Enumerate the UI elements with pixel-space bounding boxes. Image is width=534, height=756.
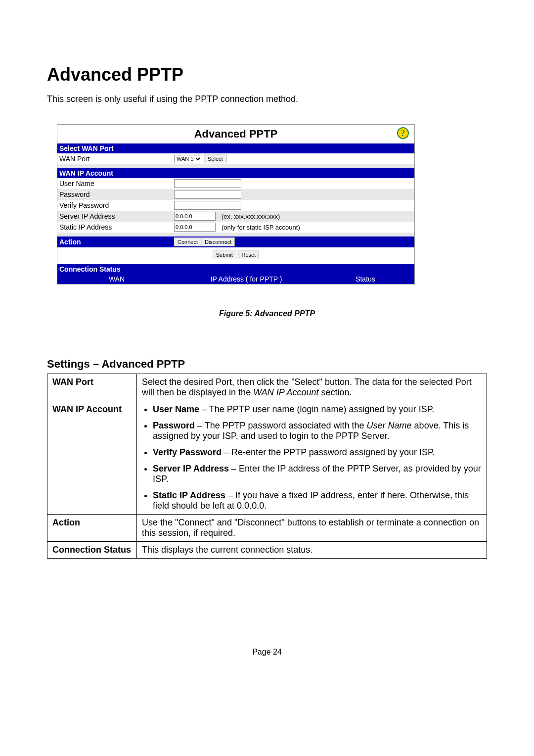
- static-ip-hint: (only for static ISP account): [222, 224, 300, 231]
- label-user-name: User Name: [59, 180, 174, 188]
- section-action: Action: [59, 238, 174, 246]
- settings-title: Settings – Advanced PPTP: [47, 358, 487, 371]
- status-col-status: Status: [316, 274, 414, 284]
- server-ip-hint: (ex. xxx.xxx.xxx.xxx): [222, 213, 280, 220]
- verify-password-input[interactable]: [174, 201, 241, 210]
- status-col-ip: IP Address ( for PPTP ): [176, 274, 316, 284]
- help-icon[interactable]: ?: [397, 127, 410, 142]
- settings-table: WAN Port Select the desired Port, then c…: [47, 374, 487, 559]
- settings-action-text: Use the "Connect" and "Disconnect" butto…: [137, 515, 487, 542]
- connect-button[interactable]: Connect: [174, 237, 201, 246]
- static-ip-input[interactable]: [174, 223, 216, 232]
- label-password: Password: [59, 190, 174, 198]
- settings-action-label: Action: [47, 515, 137, 542]
- settings-wan-ip-text: User Name – The PPTP user name (login na…: [137, 401, 487, 515]
- intro-text: This screen is only useful if using the …: [47, 94, 487, 104]
- settings-wan-ip-label: WAN IP Account: [47, 401, 137, 515]
- settings-connstatus-text: This displays the current connection sta…: [137, 542, 487, 559]
- user-name-input[interactable]: [174, 179, 241, 188]
- label-wan-port: WAN Port: [59, 155, 174, 163]
- settings-connstatus-label: Connection Status: [47, 542, 137, 559]
- wan-port-select[interactable]: WAN 1: [174, 155, 202, 163]
- disconnect-button[interactable]: Disconnect: [201, 237, 235, 246]
- label-static-ip: Static IP Address: [59, 223, 174, 231]
- section-connection-status: Connection Status: [57, 264, 414, 274]
- status-col-wan: WAN: [57, 274, 176, 284]
- server-ip-input[interactable]: [174, 212, 216, 221]
- password-input[interactable]: [174, 190, 241, 199]
- reset-button[interactable]: Reset: [238, 250, 260, 259]
- label-verify-password: Verify Password: [59, 201, 174, 209]
- select-button[interactable]: Select: [204, 154, 226, 163]
- config-panel: Advanced PPTP ? Select WAN Port WAN Port…: [57, 124, 415, 284]
- submit-button[interactable]: Submit: [213, 250, 236, 259]
- page-number: Page 24: [47, 648, 487, 657]
- settings-wan-port-label: WAN Port: [47, 374, 137, 401]
- figure-caption: Figure 5: Advanced PPTP: [47, 309, 487, 318]
- settings-wan-port-text: Select the desired Port, then click the …: [137, 374, 487, 401]
- panel-title: Advanced PPTP: [194, 128, 278, 141]
- section-wan-ip-account: WAN IP Account: [57, 168, 414, 178]
- svg-text:?: ?: [401, 128, 405, 138]
- page-heading: Advanced PPTP: [47, 64, 487, 85]
- section-select-wan-port: Select WAN Port: [57, 143, 414, 153]
- label-server-ip: Server IP Address: [59, 212, 174, 220]
